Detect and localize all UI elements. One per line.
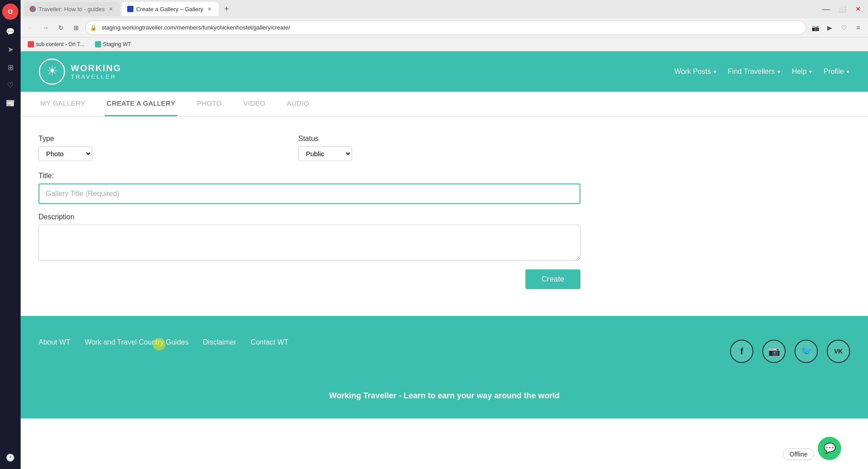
news-icon[interactable]: 📰 <box>2 95 18 111</box>
footer-social: f 📷 🐦 VK <box>730 340 850 363</box>
site-header: ☀ WORKING TRAVELLER Work Posts ▼ Find Tr… <box>21 51 868 92</box>
tab-video[interactable]: VIDEO <box>241 91 267 116</box>
menu-icon[interactable]: ≡ <box>852 21 864 34</box>
status-label: Status <box>298 135 352 143</box>
tab-photo[interactable]: PHOTO <box>195 91 224 116</box>
twitter-icon[interactable]: 🐦 <box>795 340 818 363</box>
nav-work-posts[interactable]: Work Posts ▼ <box>675 68 717 76</box>
page-nav: MY GALLERY CREATE A GALLERY PHOTO VIDEO … <box>21 92 868 117</box>
title-label: Title: <box>39 172 648 180</box>
title-group: Title: <box>39 172 648 204</box>
tab-create-gallery[interactable]: Create a Gallery – Gallery ✕ <box>122 2 219 16</box>
window-minimize-icon[interactable]: — <box>820 3 832 15</box>
footer-disclaimer[interactable]: Disclaimer <box>203 338 236 346</box>
tab-audio[interactable]: AUDIO <box>285 91 311 116</box>
bookmark-staging[interactable]: Staging WT <box>91 40 135 48</box>
status-select[interactable]: Public Private <box>298 146 352 161</box>
bookmarks-bar: sub content - On T... Staging WT <box>21 38 868 51</box>
new-tab-button[interactable]: + <box>220 3 233 15</box>
chat-icon: 💬 <box>824 443 836 454</box>
tab2-label: Create a Gallery – Gallery <box>136 6 203 13</box>
tab-traveller[interactable]: 🌐 Traveller: How to - guides ✕ <box>24 2 120 16</box>
apps-icon[interactable]: ⊞ <box>2 59 18 75</box>
form-area: Type Photo Video Audio Status Public Pri… <box>21 117 666 316</box>
nav-help-label: Help <box>792 68 807 76</box>
opera-logo-icon[interactable]: O <box>2 4 18 20</box>
tab-video-label: VIDEO <box>243 99 265 107</box>
reload-button[interactable]: ↻ <box>55 21 67 34</box>
svg-text:☀: ☀ <box>47 64 58 78</box>
logo-area[interactable]: ☀ WORKING TRAVELLER <box>39 58 121 85</box>
site-footer: About WT Work and Travel Country Guides … <box>21 316 868 418</box>
favorites-icon[interactable]: ♡ <box>838 21 850 34</box>
grid-view-button[interactable]: ⊞ <box>70 21 82 34</box>
left-sidebar: O 💬 ➤ ⊞ ♡ 📰 🕐 <box>0 0 21 469</box>
logo-icon: ☀ <box>39 58 65 85</box>
tab-create-a-gallery-label: CREATE A GALLERY <box>107 99 175 107</box>
description-label: Description <box>39 213 648 221</box>
footer-contact[interactable]: Contact WT <box>251 338 288 346</box>
tab-my-gallery-label: MY GALLERY <box>40 99 85 107</box>
offline-label: Offline <box>790 451 808 458</box>
tab-photo-label: PHOTO <box>197 99 222 107</box>
tab1-close-icon[interactable]: ✕ <box>107 5 115 13</box>
bookmark-subcontent[interactable]: sub content - On T... <box>24 40 88 48</box>
logo-text: WORKING TRAVELLER <box>71 63 121 80</box>
status-group: Status Public Private <box>298 135 352 161</box>
nav-help-caret: ▼ <box>808 69 813 74</box>
footer-about[interactable]: About WT <box>39 338 70 346</box>
tab-audio-label: AUDIO <box>287 99 309 107</box>
send-icon[interactable]: ➤ <box>2 41 18 57</box>
footer-country-guides[interactable]: Work and Travel Country Guides <box>85 338 189 346</box>
forward-button[interactable]: → <box>39 21 52 34</box>
address-bar[interactable]: 🔒 staging.workingtraveller.com/members/f… <box>85 21 806 35</box>
nav-find-travellers-label: Find Travellers <box>728 68 775 76</box>
address-text: staging.workingtraveller.com/members/fun… <box>102 24 290 31</box>
site-nav: Work Posts ▼ Find Travellers ▼ Help ▼ Pr… <box>675 68 850 76</box>
vk-icon[interactable]: VK <box>827 340 850 363</box>
tab-create-a-gallery[interactable]: CREATE A GALLERY <box>105 91 177 116</box>
instagram-icon[interactable]: 📷 <box>762 340 786 363</box>
chat-bubble[interactable]: 💬 <box>818 437 841 460</box>
nav-profile-caret: ▼ <box>846 69 850 74</box>
nav-find-travellers-caret: ▼ <box>777 69 781 74</box>
footer-bottom-text: Working Traveller - Learn to earn your w… <box>39 391 850 401</box>
nav-work-posts-caret: ▼ <box>713 69 717 74</box>
heart-icon[interactable]: ♡ <box>2 77 18 93</box>
description-group: Description <box>39 213 648 260</box>
create-button[interactable]: Create <box>525 269 580 289</box>
window-restore-icon[interactable]: ⬜ <box>836 3 848 15</box>
nav-profile[interactable]: Profile ▼ <box>824 68 850 76</box>
logo-working: WORKING <box>71 63 121 73</box>
cast-icon[interactable]: ▶ <box>823 21 836 34</box>
logo-traveller: TRAVELLER <box>71 73 121 80</box>
tab-my-gallery[interactable]: MY GALLERY <box>39 91 87 116</box>
tab2-close-icon[interactable]: ✕ <box>206 5 213 13</box>
form-actions: Create <box>39 269 580 289</box>
screenshot-icon[interactable]: 📷 <box>809 21 821 34</box>
window-close-icon[interactable]: ✕ <box>852 3 864 15</box>
nav-find-travellers[interactable]: Find Travellers ▼ <box>728 68 781 76</box>
tab1-favicon: 🌐 <box>30 6 36 12</box>
type-select[interactable]: Photo Video Audio <box>39 146 92 161</box>
back-button[interactable]: ← <box>24 21 37 34</box>
offline-badge: Offline <box>783 448 814 460</box>
type-group: Type Photo Video Audio <box>39 135 92 161</box>
nav-work-posts-label: Work Posts <box>675 68 711 76</box>
tab1-label: Traveller: How to - guides <box>39 6 105 13</box>
messages-icon[interactable]: 💬 <box>2 23 18 39</box>
tab2-favicon <box>127 6 133 12</box>
lock-icon: 🔒 <box>90 25 97 31</box>
nav-help[interactable]: Help ▼ <box>792 68 813 76</box>
facebook-icon[interactable]: f <box>730 340 753 363</box>
type-label: Type <box>39 135 92 143</box>
bookmark1-label: sub content - On T... <box>36 41 84 47</box>
bookmark2-label: Staging WT <box>103 41 131 47</box>
clock-icon[interactable]: 🕐 <box>2 449 18 465</box>
nav-profile-label: Profile <box>824 68 844 76</box>
title-input[interactable] <box>39 183 580 204</box>
description-input[interactable] <box>39 225 580 260</box>
footer-links: About WT Work and Travel Country Guides … <box>39 338 288 346</box>
